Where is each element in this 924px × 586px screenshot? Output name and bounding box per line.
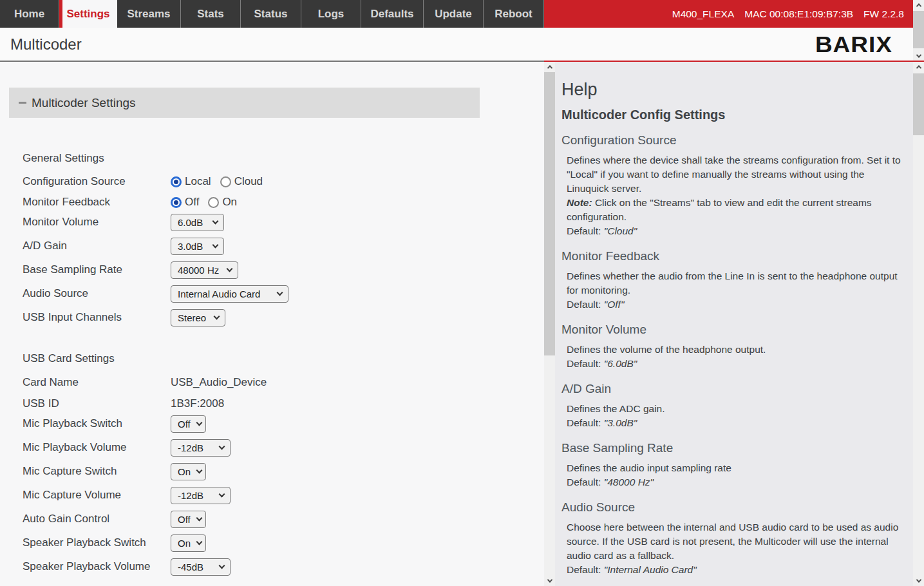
scroll-up-button[interactable] — [913, 0, 924, 10]
row-mic-playback-switch: Mic Playback Switch Off — [23, 415, 525, 433]
monitor-volume-select[interactable]: 6.0dB — [171, 214, 224, 231]
row-speaker-playback-volume: Speaker Playback Volume -45dB — [23, 558, 525, 576]
active-tab-accent — [59, 0, 62, 28]
scroll-thumb[interactable] — [913, 73, 924, 135]
row-mic-capture-switch: Mic Capture Switch On — [23, 462, 525, 480]
help-section-monitor-feedback: Monitor Feedback Defines whether the aud… — [561, 249, 901, 312]
row-monitor-feedback: Monitor Feedback Off On — [23, 193, 525, 211]
chevron-down-icon — [219, 491, 225, 497]
help-section-monitor-volume: Monitor Volume Defines the volume of the… — [561, 323, 901, 371]
row-configuration-source: Configuration Source Local Cloud — [23, 173, 525, 191]
card-name-label: Card Name — [23, 376, 171, 389]
help-heading: Monitor Volume — [561, 323, 901, 337]
help-text: Defines whether the audio from the Line … — [567, 269, 901, 298]
mic-playback-switch-select[interactable]: Off — [171, 415, 206, 433]
chevron-down-icon — [196, 467, 203, 473]
chevron-down-icon — [219, 562, 225, 569]
chevron-down-icon — [212, 241, 219, 248]
speaker-playback-volume-select[interactable]: -45dB — [171, 558, 231, 576]
scroll-up-button[interactable] — [913, 62, 924, 72]
help-text: Defines the audio input sampling rate — [567, 461, 901, 475]
radio-option-off[interactable]: Off — [171, 196, 199, 209]
row-speaker-playback-switch: Speaker Playback Switch On — [23, 534, 525, 552]
chevron-down-icon — [196, 515, 202, 521]
auto-gain-control-value: Off — [178, 514, 191, 525]
nav-tab-reboot[interactable]: Reboot — [484, 0, 544, 28]
ad-gain-value: 3.0dB — [178, 241, 203, 252]
default-label: Default: — [567, 417, 601, 428]
settings-frame-scrollbar[interactable] — [544, 62, 555, 586]
mic-playback-switch-label: Mic Playback Switch — [23, 417, 171, 430]
scroll-thumb[interactable] — [913, 11, 924, 48]
help-section-base-sampling-rate: Base Sampling Rate Defines the audio inp… — [561, 441, 901, 489]
ad-gain-select[interactable]: 3.0dB — [171, 238, 224, 255]
note-label: Note: — [567, 197, 592, 208]
nav-tab-settings[interactable]: Settings — [59, 0, 117, 28]
nav-tab-logs[interactable]: Logs — [301, 0, 361, 28]
speaker-playback-switch-select[interactable]: On — [171, 534, 206, 552]
usb-id-value: 1B3F:2008 — [171, 397, 224, 410]
nav-tab-stats[interactable]: Stats — [181, 0, 241, 28]
nav-tab-streams[interactable]: Streams — [117, 0, 181, 28]
mic-playback-volume-select[interactable]: -12dB — [171, 439, 231, 457]
scroll-thumb[interactable] — [544, 72, 555, 355]
radio-cloud-icon[interactable] — [220, 176, 231, 187]
radio-off-selected-icon[interactable] — [171, 197, 182, 208]
help-section-ad-gain: A/D Gain Defines the ADC gain. Default: … — [561, 382, 901, 430]
chevron-down-icon — [277, 289, 283, 296]
scroll-down-button[interactable] — [913, 51, 924, 61]
audio-source-select[interactable]: Internal Audio Card — [171, 285, 288, 303]
nav-tab-status[interactable]: Status — [241, 0, 301, 28]
usb-card-settings-group-title: USB Card Settings — [23, 352, 115, 365]
settings-frame: Multicoder Settings General Settings Con… — [0, 62, 544, 586]
help-title: Help — [561, 80, 901, 100]
help-default: Default: "Internal Audio Card" — [567, 563, 901, 577]
help-frame-scrollbar[interactable] — [913, 62, 924, 586]
general-settings-group-title: General Settings — [23, 152, 104, 165]
radio-local-selected-icon[interactable] — [171, 176, 182, 187]
help-text: Defines the volume of the headphone outp… — [567, 343, 901, 357]
usb-input-channels-select[interactable]: Stereo — [171, 309, 225, 326]
scroll-track[interactable] — [544, 72, 555, 576]
mic-capture-volume-value: -12dB — [178, 490, 203, 501]
speaker-playback-switch-value: On — [178, 538, 191, 549]
chevron-up-icon — [916, 3, 921, 8]
page-title: Multicoder — [10, 35, 82, 53]
usb-id-label: USB ID — [23, 397, 171, 410]
card-name-value: USB_Audio_Device — [171, 376, 267, 389]
chevron-down-icon — [547, 577, 552, 582]
nav-tab-defaults[interactable]: Defaults — [361, 0, 424, 28]
radio-option-cloud[interactable]: Cloud — [220, 175, 263, 188]
multicoder-settings-panel-header[interactable]: Multicoder Settings — [9, 88, 480, 118]
collapse-minus-icon[interactable] — [19, 102, 26, 104]
base-sampling-rate-value: 48000 Hz — [178, 265, 219, 276]
scroll-down-button[interactable] — [544, 576, 555, 586]
ad-gain-label: A/D Gain — [23, 240, 171, 252]
barix-logo: BARIX — [815, 32, 892, 58]
page-header: Multicoder BARIX — [0, 28, 913, 61]
scroll-down-button[interactable] — [913, 576, 924, 586]
top-frame-scrollbar[interactable] — [913, 0, 924, 61]
scroll-up-button[interactable] — [544, 62, 555, 72]
nav-tab-home[interactable]: Home — [0, 0, 59, 28]
mic-capture-switch-select[interactable]: On — [171, 463, 206, 480]
auto-gain-control-select[interactable]: Off — [171, 511, 206, 528]
row-base-sampling-rate: Base Sampling Rate 48000 Hz — [23, 261, 525, 279]
help-heading: A/D Gain — [561, 382, 901, 396]
radio-on-label: On — [222, 196, 237, 209]
chevron-down-icon — [219, 443, 225, 449]
row-mic-capture-volume: Mic Capture Volume -12dB — [23, 486, 525, 504]
chevron-down-icon — [227, 265, 233, 272]
nav-tab-update[interactable]: Update — [424, 0, 484, 28]
radio-cloud-label: Cloud — [234, 175, 263, 188]
scroll-track[interactable] — [913, 10, 924, 51]
base-sampling-rate-select[interactable]: 48000 Hz — [171, 261, 238, 279]
help-heading: Base Sampling Rate — [561, 441, 901, 455]
radio-on-icon[interactable] — [208, 197, 219, 208]
nav-tab-settings-label: Settings — [66, 8, 109, 21]
default-value: "48000 Hz" — [604, 477, 654, 487]
mic-capture-volume-select[interactable]: -12dB — [171, 487, 231, 504]
radio-option-local[interactable]: Local — [171, 175, 211, 188]
scroll-track[interactable] — [913, 72, 924, 576]
radio-option-on[interactable]: On — [208, 196, 237, 209]
